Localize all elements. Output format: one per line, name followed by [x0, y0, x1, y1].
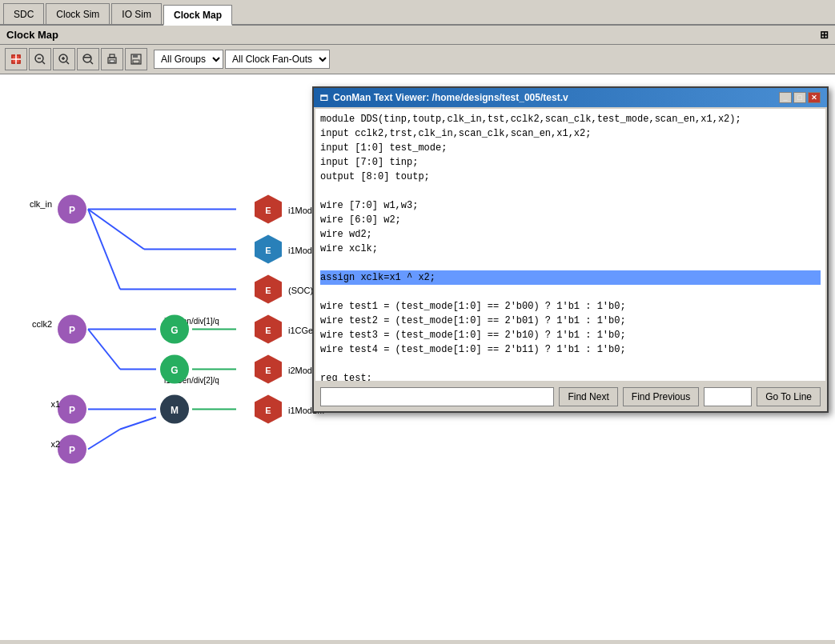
- tab-bar: SDC Clock Sim IO Sim Clock Map: [0, 0, 835, 26]
- svg-text:P: P: [69, 205, 75, 216]
- svg-text:clk_in: clk_in: [30, 199, 52, 209]
- find-next-button[interactable]: Find Next: [559, 387, 617, 406]
- svg-rect-19: [133, 60, 139, 63]
- tab-clock-sim[interactable]: Clock Sim: [46, 3, 110, 24]
- svg-line-33: [88, 430, 120, 450]
- svg-line-10: [66, 62, 69, 64]
- text-viewer-title: ConMan Text Viewer: /home/designs/test_0…: [333, 92, 568, 103]
- svg-line-26: [88, 330, 120, 370]
- svg-line-6: [42, 62, 45, 64]
- settings-icon: [10, 53, 22, 66]
- svg-rect-16: [110, 60, 114, 62]
- svg-rect-18: [133, 54, 138, 58]
- zoom-fit-button[interactable]: [77, 48, 99, 70]
- maximize-button[interactable]: □: [793, 92, 806, 103]
- toolbar: All Groups All Clock Fan-Outs: [0, 45, 835, 74]
- save-icon: [130, 53, 143, 66]
- zoom-in-icon: [58, 53, 70, 66]
- text-viewer-body[interactable]: module DDS(tinp,toutp,clk_in,tst,cclk2,s…: [315, 109, 825, 381]
- titlebar-buttons: _ □ ✕: [779, 92, 821, 103]
- zoom-out-button[interactable]: [29, 48, 51, 70]
- page-title: Clock Map: [6, 29, 58, 41]
- svg-text:E: E: [265, 366, 271, 375]
- svg-text:E: E: [265, 406, 271, 415]
- svg-text:x1: x1: [50, 399, 60, 409]
- zoom-fit-icon: [82, 53, 94, 66]
- svg-text:E: E: [265, 286, 271, 295]
- svg-text:G: G: [171, 365, 178, 376]
- svg-text:cclk2: cclk2: [32, 319, 52, 329]
- go-to-line-input[interactable]: [704, 387, 752, 406]
- fanout-select[interactable]: All Clock Fan-Outs: [225, 50, 330, 69]
- svg-text:P: P: [69, 405, 75, 416]
- svg-text:G: G: [171, 325, 178, 336]
- find-previous-button[interactable]: Find Previous: [623, 387, 699, 406]
- text-viewer-titlebar: 🗔 ConMan Text Viewer: /home/designs/test…: [314, 88, 827, 107]
- minimize-button[interactable]: _: [779, 92, 792, 103]
- zoom-in-button[interactable]: [53, 48, 75, 70]
- svg-text:x2: x2: [50, 439, 60, 449]
- svg-rect-13: [84, 57, 90, 58]
- tab-io-sim[interactable]: IO Sim: [111, 3, 162, 24]
- svg-text:E: E: [265, 206, 271, 215]
- minimize-icon: 🗔: [320, 94, 328, 102]
- tab-clock-map[interactable]: Clock Map: [163, 5, 232, 26]
- settings-button[interactable]: [5, 48, 27, 70]
- svg-text:M: M: [171, 405, 179, 416]
- close-button[interactable]: ✕: [808, 92, 821, 103]
- zoom-out-icon: [34, 53, 46, 66]
- svg-point-11: [83, 54, 91, 62]
- go-to-line-button[interactable]: Go To Line: [757, 387, 821, 406]
- svg-text:E: E: [265, 246, 271, 255]
- tab-sdc[interactable]: SDC: [3, 3, 44, 24]
- page-title-bar: Clock Map ⊞: [0, 26, 835, 45]
- svg-text:P: P: [69, 445, 75, 456]
- svg-rect-15: [110, 54, 114, 58]
- svg-line-34: [120, 418, 156, 430]
- text-viewer-footer: Find Next Find Previous Go To Line: [314, 382, 827, 411]
- save-button[interactable]: [125, 48, 147, 70]
- groups-select[interactable]: All Groups: [154, 50, 223, 69]
- print-button[interactable]: [101, 48, 123, 70]
- main-content: i1CGen/div[1]/q i1CGen/div[2]/q P clk_in…: [0, 74, 835, 640]
- search-input[interactable]: [320, 387, 554, 406]
- page-icon: ⊞: [820, 29, 829, 41]
- svg-text:E: E: [265, 326, 271, 335]
- print-icon: [106, 53, 118, 66]
- svg-text:P: P: [69, 325, 75, 336]
- text-viewer-dialog: 🗔 ConMan Text Viewer: /home/designs/test…: [312, 86, 829, 413]
- svg-line-12: [90, 62, 93, 64]
